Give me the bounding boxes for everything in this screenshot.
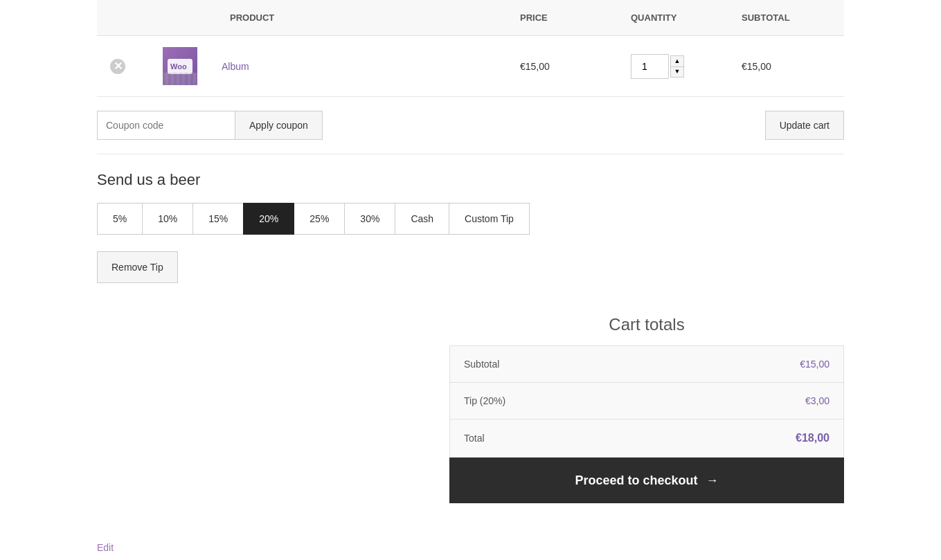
total-value: €18,00: [796, 432, 830, 444]
cart-table-header: Product Price Quantity Subtotal: [97, 0, 844, 36]
bottom-section: Cart totals Subtotal €15,00 Tip (20%) €3…: [97, 294, 844, 531]
subtotal-value: €15,00: [800, 359, 830, 370]
edit-link-section: Edit: [97, 531, 844, 560]
col-subtotal: Subtotal: [733, 7, 844, 28]
col-remove: [97, 7, 138, 28]
tip-btn-20[interactable]: 20%: [243, 203, 294, 235]
quantity-input[interactable]: [631, 54, 669, 79]
apply-coupon-button[interactable]: Apply coupon: [235, 111, 323, 140]
col-quantity: Quantity: [622, 7, 733, 28]
quantity-up-button[interactable]: ▲: [670, 55, 684, 66]
tip-buttons-group: 5% 10% 15% 20% 25% 30% Cash Custom Tip: [97, 203, 844, 235]
tip-btn-30[interactable]: 30%: [344, 203, 395, 235]
subtotal-label: Subtotal: [464, 359, 499, 370]
totals-table: Subtotal €15,00 Tip (20%) €3,00 Total €1…: [449, 345, 844, 458]
svg-text:Woo: Woo: [170, 62, 187, 71]
tip-btn-custom[interactable]: Custom Tip: [449, 203, 530, 235]
product-thumbnail: Woo: [138, 47, 222, 85]
col-product: Product: [222, 7, 512, 28]
coupon-form: Apply coupon: [97, 111, 323, 140]
cart-totals-title: Cart totals: [449, 315, 844, 334]
tip-btn-15[interactable]: 15%: [192, 203, 244, 235]
update-cart-button[interactable]: Update cart: [765, 111, 844, 140]
remove-tip-wrapper: Remove Tip: [97, 246, 844, 283]
remove-item-button[interactable]: ✕: [110, 59, 125, 74]
tip-row: Tip (20%) €3,00: [450, 383, 843, 419]
subtotal-row: Subtotal €15,00: [450, 346, 843, 383]
tip-value: €3,00: [805, 395, 830, 406]
proceed-to-checkout-button[interactable]: Proceed to checkout →: [449, 458, 844, 503]
tip-title: Send us a beer: [97, 171, 844, 189]
product-price: €15,00: [512, 61, 622, 72]
remove-tip-button[interactable]: Remove Tip: [97, 251, 178, 283]
checkout-arrow-icon: →: [706, 473, 719, 488]
total-row: Total €18,00: [450, 419, 843, 457]
tip-section: Send us a beer 5% 10% 15% 20% 25% 30% Ca…: [97, 154, 844, 294]
tip-label: Tip (20%): [464, 395, 505, 406]
col-thumb: [138, 7, 222, 28]
total-label: Total: [464, 433, 485, 444]
product-name[interactable]: Album: [222, 61, 512, 72]
col-price: Price: [512, 7, 622, 28]
quantity-cell: ▲ ▼: [622, 54, 733, 79]
product-image: Woo: [163, 47, 197, 85]
product-subtotal: €15,00: [733, 61, 844, 72]
tip-btn-5[interactable]: 5%: [97, 203, 143, 235]
cart-totals: Cart totals Subtotal €15,00 Tip (20%) €3…: [449, 315, 844, 503]
checkout-button-label: Proceed to checkout: [575, 473, 697, 488]
tip-btn-25[interactable]: 25%: [294, 203, 345, 235]
table-row: ✕ Woo Album €15,00 ▲ ▼ €15,00: [97, 36, 844, 97]
tip-btn-10[interactable]: 10%: [142, 203, 193, 235]
coupon-input[interactable]: [97, 111, 235, 140]
quantity-down-button[interactable]: ▼: [670, 66, 684, 78]
tip-btn-cash[interactable]: Cash: [395, 203, 449, 235]
quantity-arrows: ▲ ▼: [670, 55, 684, 78]
edit-link[interactable]: Edit: [97, 542, 114, 553]
coupon-row: Apply coupon Update cart: [97, 97, 844, 154]
remove-item-cell: ✕: [97, 59, 138, 74]
product-link[interactable]: Album: [222, 61, 249, 72]
